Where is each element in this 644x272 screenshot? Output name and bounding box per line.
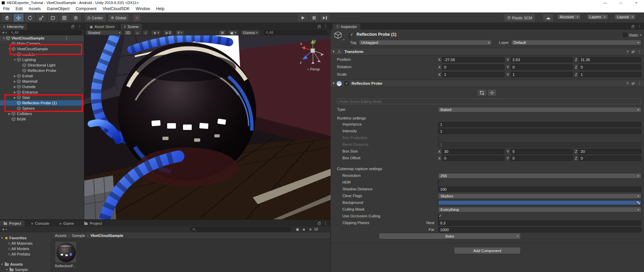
menu-help[interactable]: Help <box>153 6 167 11</box>
tab-inspector[interactable]: ⓘ Inspector <box>333 24 360 30</box>
kebab-menu-icon[interactable]: ⋮ <box>638 50 641 54</box>
hierarchy-item-reflection-probe[interactable]: Reflection Probe <box>0 68 84 73</box>
scene-effects-dropdown[interactable]: ∗ <box>152 30 160 35</box>
menu-component[interactable]: Component <box>72 6 99 11</box>
shadow-distance-field[interactable]: 100 <box>438 187 641 192</box>
help-icon[interactable]: ? <box>626 82 628 86</box>
static-dropdown-icon[interactable]: ▾ <box>640 34 641 36</box>
create-asset-button[interactable]: + <box>2 227 5 232</box>
edit-bounding-volume-button[interactable] <box>477 89 487 96</box>
static-control[interactable]: Static ▾ <box>623 33 641 37</box>
breadcrumb-vketcloudsample[interactable]: VketCloudSample <box>90 234 123 238</box>
scene-visibility-toggle[interactable]: ø 0 <box>164 30 173 35</box>
tab-asset-store[interactable]: ▣ Asset Store <box>86 24 118 30</box>
create-dropdown-icon[interactable]: ▾ <box>6 31 7 34</box>
box-size-x-field[interactable]: 30 <box>442 149 504 154</box>
hierarchy-item-vketcloudsample[interactable]: ▼ VketCloudSample <box>0 46 84 52</box>
kebab-menu-icon[interactable]: ⋮ <box>324 24 328 29</box>
importance-field[interactable]: 1 <box>438 122 641 127</box>
hierarchy-item-exhall[interactable]: ▶ Exhall <box>0 73 84 79</box>
tab-project[interactable]: Project <box>0 220 25 226</box>
resolution-dropdown[interactable]: 256 <box>438 173 641 179</box>
menu-edit[interactable]: Edit <box>12 6 26 11</box>
layer-dropdown[interactable]: Default <box>511 40 641 45</box>
transform-tool-button[interactable] <box>59 14 69 22</box>
kebab-menu-icon[interactable]: ⋮ <box>638 24 641 29</box>
rect-tool-button[interactable] <box>48 14 58 22</box>
box-size-z-field[interactable]: 20 <box>579 149 641 154</box>
hierarchy-item-reflection-probe-1[interactable]: Reflection Probe (1) <box>0 100 84 106</box>
tab-console[interactable]: ≡ Console <box>28 220 53 226</box>
tab-project-2[interactable]: Project <box>81 220 105 226</box>
lock-icon[interactable] <box>632 26 634 28</box>
menu-file[interactable]: File <box>0 6 12 11</box>
scene-grid-dropdown[interactable]: # <box>176 30 184 35</box>
layers-dropdown[interactable]: Layers <box>587 14 608 20</box>
hierarchy-item-mainhall[interactable]: ▶ MainHall <box>0 79 84 84</box>
menu-assets[interactable]: Assets <box>26 6 44 11</box>
box-offset-z-field[interactable]: 0 <box>579 156 641 161</box>
culling-mask-dropdown[interactable]: Everything <box>438 207 641 212</box>
scene-lighting-toggle[interactable]: ☼ <box>134 30 141 35</box>
near-plane-field[interactable]: 0.3 <box>438 220 641 226</box>
help-icon[interactable]: ? <box>626 50 628 54</box>
type-dropdown[interactable]: Baked <box>438 107 641 112</box>
scale-z-field[interactable]: 1 <box>579 72 641 77</box>
icon-dropdown[interactable]: ▾ <box>343 38 344 41</box>
clear-flags-dropdown[interactable]: Skybox <box>438 193 641 199</box>
far-plane-field[interactable]: 1000 <box>438 227 641 233</box>
favorites-all-models[interactable]: All Models <box>8 246 29 251</box>
pause-button[interactable] <box>309 14 319 22</box>
create-button[interactable]: + <box>2 30 5 35</box>
favorites-all-prefabs[interactable]: All Prefabs <box>8 251 30 257</box>
hierarchy-item-stair[interactable]: ▶ Stair <box>0 95 84 100</box>
pivot-mode-button[interactable]: ◎ Center <box>85 14 105 21</box>
hidden-packages-icon[interactable]: ø <box>309 227 311 231</box>
tab-game[interactable]: ∞ Game <box>56 220 77 226</box>
play-button[interactable] <box>298 14 308 22</box>
project-search-input[interactable] <box>190 227 292 232</box>
eyedropper-icon[interactable] <box>637 201 640 204</box>
lock-icon[interactable] <box>71 26 74 28</box>
search-by-label-icon[interactable]: ◈ <box>303 227 305 231</box>
search-by-type-icon[interactable]: ▣ <box>296 227 299 231</box>
position-y-field[interactable]: 2.63 <box>511 57 573 62</box>
scale-y-field[interactable]: 1 <box>511 72 573 77</box>
box-offset-x-field[interactable]: 0 <box>442 156 504 161</box>
presets-icon[interactable]: ⇄ <box>632 81 635 86</box>
kebab-menu-icon[interactable]: ⋮ <box>638 81 641 86</box>
grid-snap-button[interactable]: # <box>133 14 140 21</box>
box-size-y-field[interactable]: 5 <box>511 149 573 154</box>
shading-mode-dropdown[interactable]: Shaded <box>86 30 122 35</box>
plastic-scm-button[interactable]: Ⓟ Plastic SCM <box>504 14 535 21</box>
space-mode-button[interactable]: ⊕ Global <box>109 14 128 21</box>
gizmos-dropdown[interactable]: Gizmos <box>241 30 259 35</box>
hierarchy-item-lighting[interactable]: ▼ Lighting <box>0 57 84 62</box>
hierarchy-item-vketcloudsample-scene[interactable]: ▼ VketCloudSample ⋮ <box>0 35 84 41</box>
lock-icon[interactable] <box>318 223 320 225</box>
hdr-checkbox[interactable] <box>438 180 439 186</box>
step-button[interactable] <box>320 14 330 22</box>
reflection-probe-header[interactable]: ▼ Reflection Probe ? ⇄ ⋮ <box>331 80 644 87</box>
menu-window[interactable]: Window <box>133 6 153 11</box>
move-probe-origin-button[interactable] <box>487 89 497 96</box>
add-component-button[interactable]: Add Component <box>454 247 521 254</box>
rotation-z-field[interactable]: 0 <box>579 64 641 70</box>
kebab-menu-icon[interactable]: ⋮ <box>78 24 81 29</box>
favorites-all-materials[interactable]: All Materials <box>8 241 33 246</box>
scene-audio-toggle[interactable]: ♪ <box>143 30 148 35</box>
layout-dropdown[interactable]: Layout <box>615 14 636 20</box>
kebab-menu-icon[interactable]: ⋮ <box>324 221 328 225</box>
assets-folder-item[interactable]: ▼ Assets <box>1 262 23 267</box>
hierarchy-item-sphere[interactable]: Sphere <box>0 106 84 111</box>
scale-x-field[interactable]: 1 <box>442 72 504 77</box>
static-checkbox[interactable] <box>623 33 627 37</box>
cloud-button[interactable]: ☁ <box>543 14 553 21</box>
sample-folder-item[interactable]: ▼ Sample <box>5 267 28 272</box>
hand-tool-button[interactable] <box>2 14 12 22</box>
box-offset-y-field[interactable]: 0 <box>511 156 573 161</box>
perspective-toggle[interactable]: < Persp <box>307 67 320 71</box>
scale-tool-button[interactable] <box>36 14 47 22</box>
transform-header[interactable]: ▼ Transform ? ⇄ ⋮ <box>331 48 644 55</box>
close-button[interactable]: × <box>628 0 644 5</box>
